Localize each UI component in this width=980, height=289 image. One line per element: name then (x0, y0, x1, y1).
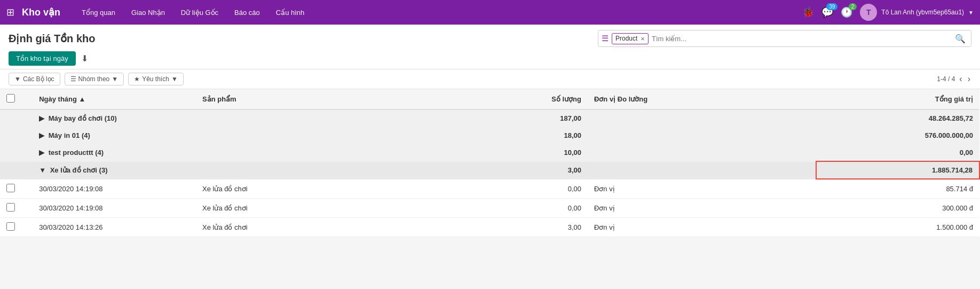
group-button[interactable]: ☰ Nhóm theo ▼ (65, 73, 124, 85)
nav-tong-quan[interactable]: Tổng quan (75, 5, 122, 20)
group-expand-cell[interactable] (0, 127, 33, 144)
group-row[interactable]: ▶ Máy bay đồ chơi (10) 187,00 48.264.285… (0, 110, 979, 127)
date-label: Ngày tháng ▲ (39, 95, 85, 103)
uom-label: Đơn vị Đo lường (594, 95, 647, 103)
group-row[interactable]: ▼ Xe lửa đồ chơi (3) 3,00 1.885.714,28 (0, 161, 979, 179)
header-qty: Số lượng (441, 89, 588, 110)
row-date-cell: 30/03/2020 14:19:08 (33, 198, 196, 217)
product-label: Sản phẩm (202, 95, 236, 103)
nav-bao-cao[interactable]: Báo cáo (228, 5, 266, 20)
prev-page-button[interactable]: ‹ (958, 74, 963, 84)
download-button[interactable]: ⬇ (81, 53, 88, 64)
pagination: 1-4 / 4 ‹ › (937, 74, 971, 84)
row-checkbox-3-1[interactable] (6, 203, 15, 212)
group-arrow-icon: ▶ (39, 114, 44, 122)
row-checkbox-3-2[interactable] (6, 222, 15, 231)
avatar: T (860, 4, 877, 21)
group-expand-cell[interactable] (0, 144, 33, 162)
search-filter-icon: ☰ (602, 34, 608, 43)
filter-button[interactable]: ▼ Các Bộ lọc (9, 73, 60, 85)
row-product-cell: Xe lửa đồ chơi (196, 198, 441, 217)
ton-kho-button[interactable]: Tồn kho tại ngày (9, 51, 76, 66)
group-name-cell: ▶ Máy bay đồ chơi (10) (33, 110, 441, 127)
bug-icon[interactable]: 🐞 (802, 6, 814, 18)
page-title: Định giá Tồn kho (9, 32, 95, 45)
header-total: Tổng giá trị (816, 89, 979, 110)
table-row: 30/03/2020 14:19:08 Xe lửa đồ chơi 0,00 … (0, 198, 979, 217)
fav-arrow-icon: ▼ (171, 75, 178, 83)
group-uom-cell (588, 110, 816, 127)
row-qty-cell: 0,00 (441, 179, 588, 198)
search-button[interactable]: 🔍 (953, 34, 968, 44)
clock-icon[interactable]: 🕐 2 (841, 6, 852, 18)
group-icon: ☰ (70, 75, 76, 83)
group-name: Máy in 01 (4) (49, 131, 90, 139)
filter-bar: ▼ Các Bộ lọc ☰ Nhóm theo ▼ ★ Yêu thích ▼… (0, 69, 980, 89)
row-date-cell: 30/03/2020 14:19:08 (33, 179, 196, 198)
group-arrow-icon: ▶ (39, 131, 44, 139)
grid-icon[interactable]: ⊞ (6, 6, 14, 18)
select-all-checkbox[interactable] (6, 94, 15, 103)
group-qty-cell: 18,00 (441, 127, 588, 144)
group-qty-cell: 10,00 (441, 144, 588, 162)
header-product: Sản phẩm (196, 89, 441, 110)
filter-left: ▼ Các Bộ lọc ☰ Nhóm theo ▼ ★ Yêu thích ▼ (9, 73, 184, 85)
sub-header: Định giá Tồn kho ☰ Product × 🔍 Tồn kho t… (0, 25, 980, 69)
table-header-row: Ngày tháng ▲ Sản phẩm Số lượng Đơn vị Đo… (0, 89, 979, 110)
group-name: Xe lửa đồ chơi (3) (50, 166, 108, 174)
remove-tag-button[interactable]: × (641, 35, 645, 43)
table-row: 30/03/2020 14:13:26 Xe lửa đồ chơi 3,00 … (0, 217, 979, 237)
group-name: test producttt (4) (49, 149, 104, 157)
row-checkbox-3-0[interactable] (6, 184, 15, 192)
nav-giao-nhan[interactable]: Giao Nhận (125, 5, 171, 20)
group-total-cell: 48.264.285,72 (816, 110, 979, 127)
group-expand-cell[interactable] (0, 110, 33, 127)
group-uom-cell (588, 144, 816, 162)
group-row[interactable]: ▶ test producttt (4) 10,00 0,00 (0, 144, 979, 162)
group-label: Nhóm theo (78, 75, 110, 83)
group-row[interactable]: ▶ Máy in 01 (4) 18,00 576.000.000,00 (0, 127, 979, 144)
favorite-button[interactable]: ★ Yêu thích ▼ (128, 73, 184, 85)
group-expand-cell[interactable] (0, 161, 33, 179)
sub-header-actions: Tồn kho tại ngày ⬇ (9, 51, 971, 66)
clock-badge: 2 (849, 3, 857, 10)
star-icon: ★ (134, 75, 140, 83)
group-name-cell: ▶ Máy in 01 (4) (33, 127, 441, 144)
group-name: Máy bay đồ chơi (10) (49, 114, 117, 122)
nav-links: Tổng quan Giao Nhận Dữ liệu Gốc Báo cáo … (75, 5, 802, 20)
filter-label: Các Bộ lọc (23, 75, 54, 83)
filter-icon: ▼ (14, 75, 21, 83)
user-info[interactable]: T Tô Lan Anh (ybvm5ep65au1) ▼ (860, 4, 974, 21)
user-dropdown-icon: ▼ (968, 10, 974, 15)
row-checkbox-cell[interactable] (0, 217, 33, 237)
total-label: Tổng giá trị (935, 95, 973, 103)
group-arrow-icon: ▼ (112, 75, 118, 83)
top-nav: ⊞ Kho vận Tổng quan Giao Nhận Dữ liệu Gố… (0, 0, 980, 25)
row-qty-cell: 0,00 (441, 198, 588, 217)
app-title: Kho vận (22, 6, 60, 18)
next-page-button[interactable]: › (967, 74, 971, 84)
row-uom-cell: Đơn vị (588, 179, 816, 198)
group-qty-cell: 3,00 (441, 161, 588, 179)
search-input[interactable] (652, 35, 953, 43)
table-row: 30/03/2020 14:19:08 Xe lửa đồ chơi 0,00 … (0, 179, 979, 198)
row-checkbox-cell[interactable] (0, 179, 33, 198)
row-qty-cell: 3,00 (441, 217, 588, 237)
row-product-cell: Xe lửa đồ chơi (196, 217, 441, 237)
header-date[interactable]: Ngày tháng ▲ (33, 89, 196, 110)
nav-du-lieu-goc[interactable]: Dữ liệu Gốc (175, 5, 225, 20)
header-uom: Đơn vị Đo lường (588, 89, 816, 110)
chat-icon[interactable]: 💬 39 (821, 6, 833, 18)
nav-cau-hinh[interactable]: Cấu hình (270, 5, 311, 20)
group-name-cell: ▶ test producttt (4) (33, 144, 441, 162)
search-area: ☰ Product × 🔍 (598, 30, 971, 47)
search-filter-tag[interactable]: Product × (612, 33, 649, 44)
row-total-cell: 1.500.000 đ (816, 217, 979, 237)
row-checkbox-cell[interactable] (0, 198, 33, 217)
product-tag-label: Product (615, 35, 637, 42)
table-container: Ngày tháng ▲ Sản phẩm Số lượng Đơn vị Đo… (0, 89, 980, 237)
nav-right: 🐞 💬 39 🕐 2 T Tô Lan Anh (ybvm5ep65au1) ▼ (802, 4, 974, 21)
row-date-cell: 30/03/2020 14:13:26 (33, 217, 196, 237)
group-name-cell: ▼ Xe lửa đồ chơi (3) (33, 161, 441, 179)
qty-label: Số lượng (551, 95, 581, 103)
